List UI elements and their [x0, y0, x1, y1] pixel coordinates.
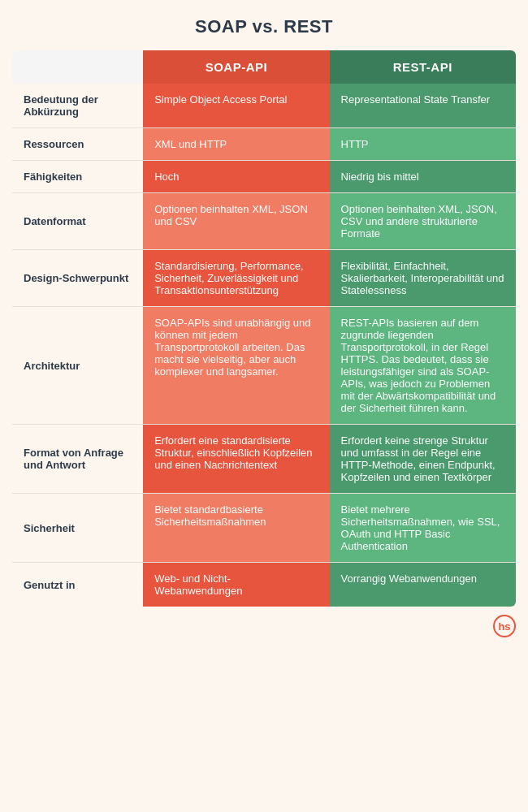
main-container: SOAP vs. REST SOAP-API REST-API Bedeutun…: [12, 16, 516, 642]
row-label: Ressourcen: [12, 128, 143, 161]
table-row: SicherheitBietet standardbasierte Sicher…: [12, 494, 516, 563]
table-row: Genutzt inWeb- und Nicht-WebanwendungenV…: [12, 563, 516, 607]
table-row: ArchitekturSOAP-APIs sind unabhängig und…: [12, 307, 516, 425]
row-label: Format von Anfrage und Antwort: [12, 425, 143, 494]
rest-cell: Vorrangig Webanwendungen: [330, 563, 516, 607]
table-row: FähigkeitenHochNiedrig bis mittel: [12, 161, 516, 193]
rest-header: REST-API: [330, 50, 516, 84]
label-header: [12, 50, 143, 84]
rest-cell: HTTP: [330, 128, 516, 161]
soap-cell: Erfordert eine standardisierte Struktur,…: [143, 425, 329, 494]
hubspot-logo: hs: [12, 615, 516, 642]
page-title: SOAP vs. REST: [12, 16, 516, 37]
table-row: Design-SchwerpunktStandardisierung, Perf…: [12, 250, 516, 307]
rest-cell: REST-APIs basieren auf dem zugrunde lieg…: [330, 307, 516, 425]
soap-cell: Standardisierung, Performance, Sicherhei…: [143, 250, 329, 307]
row-label: Bedeutung der Abkürzung: [12, 84, 143, 128]
rest-cell: Optionen beinhalten XML, JSON, CSV und a…: [330, 193, 516, 250]
soap-cell: Hoch: [143, 161, 329, 193]
soap-cell: Bietet standardbasierte Sicherheitsmaßna…: [143, 494, 329, 563]
soap-cell: SOAP-APIs sind unabhängig und können mit…: [143, 307, 329, 425]
soap-cell: XML und HTTP: [143, 128, 329, 161]
table-row: DatenformatOptionen beinhalten XML, JSON…: [12, 193, 516, 250]
row-label: Design-Schwerpunkt: [12, 250, 143, 307]
table-row: Format von Anfrage und AntwortErfordert …: [12, 425, 516, 494]
table-row: RessourcenXML und HTTPHTTP: [12, 128, 516, 161]
rest-cell: Flexibilität, Einfachheit, Skalierbarkei…: [330, 250, 516, 307]
comparison-table: SOAP-API REST-API Bedeutung der Abkürzun…: [12, 50, 516, 607]
row-label: Datenformat: [12, 193, 143, 250]
row-label: Sicherheit: [12, 494, 143, 563]
soap-header: SOAP-API: [143, 50, 329, 84]
soap-cell: Web- und Nicht-Webanwendungen: [143, 563, 329, 607]
row-label: Fähigkeiten: [12, 161, 143, 193]
rest-cell: Bietet mehrere Sicherheitsmaßnahmen, wie…: [330, 494, 516, 563]
rest-cell: Niedrig bis mittel: [330, 161, 516, 193]
row-label: Genutzt in: [12, 563, 143, 607]
rest-cell: Erfordert keine strenge Struktur und umf…: [330, 425, 516, 494]
row-label: Architektur: [12, 307, 143, 425]
table-row: Bedeutung der AbkürzungSimple Object Acc…: [12, 84, 516, 128]
soap-cell: Simple Object Access Portal: [143, 84, 329, 128]
svg-text:hs: hs: [498, 620, 510, 633]
rest-cell: Representational State Transfer: [330, 84, 516, 128]
soap-cell: Optionen beinhalten XML, JSON und CSV: [143, 193, 329, 250]
